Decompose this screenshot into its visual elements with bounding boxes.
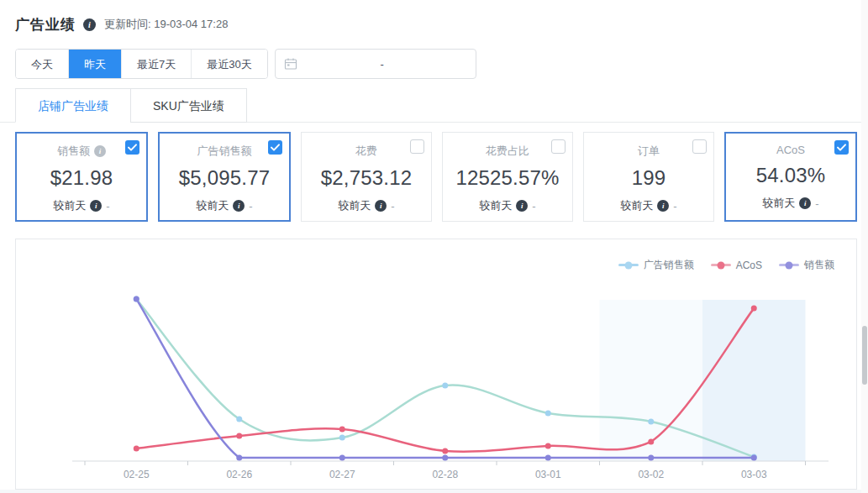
svg-text:02-25: 02-25 — [124, 469, 150, 480]
card-value: $21.98 — [17, 166, 146, 190]
card-label: 订单 — [638, 144, 660, 159]
page-header: 广告业绩 i 更新时间: 19-03-04 17:28 — [0, 0, 868, 38]
svg-text:03-02: 03-02 — [638, 469, 664, 480]
info-icon[interactable]: i — [516, 200, 528, 212]
scrollbar-thumb[interactable] — [862, 326, 867, 385]
compare-value: - — [673, 200, 676, 212]
metric-card-orders[interactable]: 订单 199 较前天 i - — [583, 132, 714, 222]
chart-panel: 广告销售额 ACoS 销售额 02-2502-2602-2702-2803-01… — [15, 239, 857, 490]
date-range-picker[interactable]: - — [275, 49, 476, 79]
calendar-icon — [284, 57, 297, 71]
compare-label: 较前天 — [479, 198, 512, 213]
metric-card-spend[interactable]: 花费 $2,753.12 较前天 i - — [301, 132, 432, 222]
update-time: 更新时间: 19-03-04 17:28 — [104, 17, 228, 32]
range-button-last7days[interactable]: 最近7天 — [121, 50, 191, 78]
metric-card-spend-ratio[interactable]: 花费占比 12525.57% 较前天 i - — [442, 132, 573, 222]
compare-label: 较前天 — [196, 198, 229, 213]
line-dot-icon — [779, 264, 799, 266]
metric-card-sales[interactable]: 销售额 i $21.98 较前天 i - — [15, 132, 148, 222]
compare-value: - — [532, 200, 535, 212]
metric-cards-row: 销售额 i $21.98 较前天 i - 广告销售额 $5,095.77 较前天… — [15, 132, 857, 222]
compare-label: 较前天 — [620, 198, 653, 213]
card-label: 广告销售额 — [197, 144, 252, 159]
svg-text:03-01: 03-01 — [535, 469, 561, 480]
compare-value: - — [815, 197, 818, 210]
card-value: $5,095.77 — [160, 166, 289, 190]
info-icon[interactable]: i — [657, 200, 669, 212]
info-icon[interactable]: i — [90, 200, 102, 212]
compare-label: 较前天 — [762, 196, 795, 211]
compare-value: - — [249, 200, 252, 212]
legend-label: 销售额 — [804, 258, 834, 272]
svg-text:02-28: 02-28 — [432, 469, 458, 480]
card-value: 12525.57% — [443, 166, 572, 190]
legend-item-ad-sales[interactable]: 广告销售额 — [618, 258, 694, 272]
compare-value: - — [391, 200, 394, 212]
metric-card-acos[interactable]: ACoS 54.03% 较前天 i - — [724, 132, 857, 222]
page-bottom-strip — [0, 490, 868, 493]
chart-legend: 广告销售额 ACoS 销售额 — [618, 258, 834, 272]
info-icon[interactable]: i — [799, 197, 811, 209]
scrollbar[interactable] — [861, 0, 868, 493]
compare-label: 较前天 — [338, 198, 371, 213]
tab-store-ad-performance[interactable]: 店铺广告业绩 — [15, 88, 131, 123]
date-range-separator: - — [297, 58, 467, 71]
metric-card-ad-sales[interactable]: 广告销售额 $5,095.77 较前天 i - — [158, 132, 291, 222]
card-value: 54.03% — [726, 164, 855, 187]
card-compare-row: 较前天 i - — [726, 196, 855, 211]
card-compare-row: 较前天 i - — [17, 198, 146, 213]
page-title: 广告业绩 — [15, 15, 76, 34]
compare-label: 较前天 — [53, 198, 86, 213]
card-value: 199 — [584, 166, 713, 190]
card-compare-row: 较前天 i - — [302, 198, 431, 213]
line-dot-icon — [618, 264, 639, 266]
info-icon[interactable]: i — [233, 200, 245, 212]
filter-row: 今天 昨天 最近7天 最近30天 - — [15, 49, 868, 79]
checkbox-checked-icon[interactable] — [268, 140, 282, 155]
card-compare-row: 较前天 i - — [160, 198, 289, 213]
date-range-button-group: 今天 昨天 最近7天 最近30天 — [15, 49, 268, 79]
legend-label: 广告销售额 — [644, 258, 694, 272]
line-dot-icon — [711, 264, 731, 266]
svg-text:02-26: 02-26 — [226, 469, 252, 480]
checkbox-unchecked-icon[interactable] — [692, 139, 707, 154]
range-button-last30days[interactable]: 最近30天 — [191, 50, 266, 78]
performance-line-chart[interactable]: 02-2502-2602-2702-2803-0103-0203-03 — [16, 239, 856, 489]
card-compare-row: 较前天 i - — [443, 198, 572, 213]
info-icon[interactable]: i — [83, 18, 96, 31]
checkbox-unchecked-icon[interactable] — [551, 139, 566, 154]
legend-item-sales[interactable]: 销售额 — [779, 258, 834, 272]
tab-bar: 店铺广告业绩 SKU广告业绩 — [0, 88, 868, 123]
legend-label: ACoS — [736, 260, 762, 271]
checkbox-checked-icon[interactable] — [834, 140, 849, 155]
legend-item-acos[interactable]: ACoS — [711, 260, 762, 271]
compare-value: - — [106, 200, 109, 212]
range-button-yesterday[interactable]: 昨天 — [68, 50, 121, 78]
card-label: 销售额 — [57, 144, 90, 159]
checkbox-checked-icon[interactable] — [125, 140, 139, 155]
card-label: 花费占比 — [486, 144, 529, 159]
info-icon[interactable]: i — [94, 145, 106, 157]
info-icon[interactable]: i — [375, 200, 387, 212]
checkbox-unchecked-icon[interactable] — [410, 139, 424, 154]
tab-sku-ad-performance[interactable]: SKU广告业绩 — [130, 88, 247, 123]
svg-text:03-03: 03-03 — [741, 469, 767, 480]
card-compare-row: 较前天 i - — [584, 198, 713, 213]
range-button-today[interactable]: 今天 — [16, 50, 68, 78]
card-label: ACoS — [776, 144, 805, 156]
svg-text:02-27: 02-27 — [329, 469, 355, 480]
card-label: 花费 — [355, 144, 377, 159]
card-value: $2,753.12 — [302, 166, 431, 190]
